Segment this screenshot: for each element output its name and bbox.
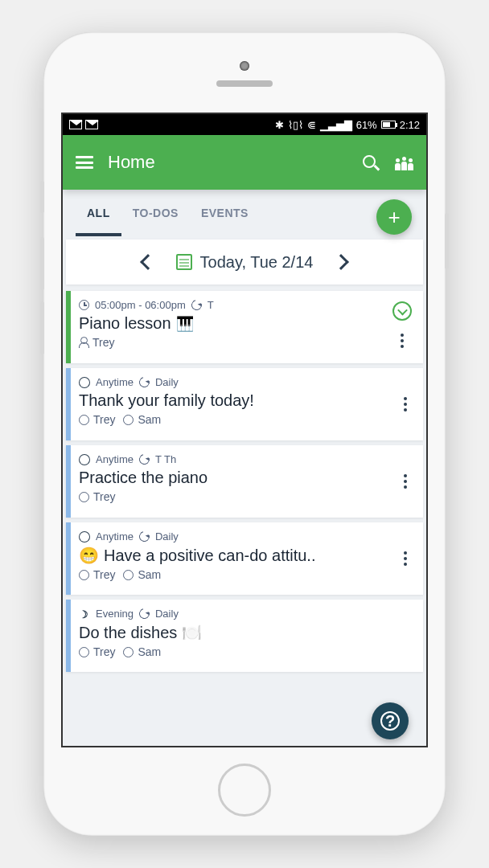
help-button[interactable]: ? (372, 702, 409, 739)
card-repeat: T Th (155, 453, 176, 465)
checkbox-empty-icon[interactable] (123, 647, 134, 657)
card-repeat: Daily (155, 608, 179, 620)
more-options-button[interactable] (396, 329, 409, 353)
card-title: Do the dishes (79, 624, 177, 642)
repeat-icon (138, 607, 152, 621)
people-button[interactable] (395, 154, 413, 170)
task-card[interactable]: 05:00pm - 06:00pm T Piano lesson 🎹 Trey (66, 291, 423, 363)
assignee-name: Trey (93, 413, 115, 426)
phone-camera (240, 61, 249, 71)
more-options-button[interactable] (399, 469, 412, 493)
card-when: Anytime (96, 453, 134, 465)
card-title: Have a positive can-do attitu.. (104, 547, 315, 565)
task-card[interactable]: ☽ Evening Daily Do the dishes 🍽️ Trey (66, 600, 423, 672)
status-time: 2:12 (400, 119, 420, 131)
mail-notification-icon (85, 120, 98, 129)
card-when: Anytime (96, 376, 134, 388)
repeat-icon (138, 375, 152, 390)
checkbox-empty-icon[interactable] (79, 492, 89, 502)
page-title: Home (108, 152, 155, 173)
assignee-name: Sam (138, 413, 161, 426)
repeat-icon (189, 298, 203, 313)
search-button[interactable] (363, 155, 377, 170)
next-day-button[interactable] (334, 254, 350, 270)
date-picker[interactable]: Today, Tue 2/14 (176, 253, 314, 272)
repeat-icon (138, 530, 152, 544)
clock-icon (79, 300, 89, 310)
card-repeat: Daily (155, 376, 179, 388)
recurring-icon (79, 454, 90, 465)
task-list: 05:00pm - 06:00pm T Piano lesson 🎹 Trey (63, 291, 426, 672)
tab-events[interactable]: EVENTS (190, 190, 260, 236)
menu-button[interactable] (76, 156, 93, 169)
piano-emoji: 🎹 (176, 315, 194, 333)
card-title: Piano lesson (79, 314, 171, 333)
assignee-name: Sam (138, 568, 161, 581)
assignee-name: Trey (93, 490, 115, 503)
task-card[interactable]: Anytime Daily 😁 Have a positive can-do a… (66, 522, 423, 595)
battery-pct: 61% (356, 119, 377, 131)
person-icon (79, 337, 88, 348)
app-bar: Home (63, 135, 426, 190)
card-repeat: Daily (155, 530, 179, 542)
signal-icon: ▁▃▅▇ (320, 119, 352, 131)
assignee-name: Trey (93, 568, 115, 581)
calendar-icon (176, 254, 192, 270)
checkbox-empty-icon[interactable] (79, 415, 89, 425)
phone-frame: ✱ ⌇▯⌇ ⋐ ▁▃▅▇ 61% 2:12 Home ALL TO-DOS EV… (43, 32, 446, 836)
dishes-emoji: 🍽️ (182, 623, 202, 642)
recurring-icon (79, 531, 90, 542)
assignee-name: Sam (138, 645, 161, 658)
status-bar: ✱ ⌇▯⌇ ⋐ ▁▃▅▇ 61% 2:12 (63, 114, 426, 135)
wifi-icon: ⋐ (307, 119, 316, 131)
checkbox-empty-icon[interactable] (79, 570, 89, 580)
prev-day-button[interactable] (140, 254, 156, 270)
date-navigator: Today, Tue 2/14 (66, 240, 423, 285)
card-repeat: T (208, 299, 214, 311)
vibrate-icon: ⌇▯⌇ (288, 119, 303, 131)
tab-todos[interactable]: TO-DOS (121, 190, 190, 236)
mail-notification-icon (69, 120, 82, 129)
task-card[interactable]: Anytime T Th Practice the piano Trey (66, 445, 423, 518)
card-title: Thank your family today! (79, 391, 254, 410)
bluetooth-icon: ✱ (275, 119, 284, 131)
checkbox-empty-icon[interactable] (123, 570, 134, 580)
card-title: Practice the piano (79, 469, 208, 487)
card-when: Anytime (96, 530, 134, 542)
checkbox-empty-icon[interactable] (79, 647, 89, 657)
task-card[interactable]: Anytime Daily Thank your family today! T… (66, 368, 423, 440)
expand-button[interactable] (392, 301, 412, 321)
card-when: Evening (96, 608, 134, 620)
phone-power-button (445, 213, 449, 269)
phone-volume-up (40, 237, 44, 290)
add-button[interactable]: + (376, 199, 412, 235)
more-options-button[interactable] (399, 392, 412, 416)
date-label: Today, Tue 2/14 (200, 253, 314, 272)
recurring-icon (79, 377, 90, 388)
battery-icon (381, 121, 396, 129)
phone-speaker (216, 80, 273, 87)
phone-mute-switch (40, 181, 44, 213)
tab-all[interactable]: ALL (76, 190, 121, 236)
card-time: 05:00pm - 06:00pm (95, 299, 186, 311)
smile-emoji: 😁 (79, 546, 99, 565)
repeat-icon (138, 452, 152, 467)
checkbox-empty-icon[interactable] (123, 415, 134, 425)
evening-icon: ☽ (79, 608, 90, 620)
assignee-name: Trey (93, 645, 115, 658)
phone-home-button[interactable] (218, 764, 271, 817)
assignee-name: Trey (92, 336, 114, 349)
phone-volume-down (40, 301, 44, 354)
tabs-area: ALL TO-DOS EVENTS + (63, 190, 426, 236)
screen: ✱ ⌇▯⌇ ⋐ ▁▃▅▇ 61% 2:12 Home ALL TO-DOS EV… (61, 113, 428, 747)
more-options-button[interactable] (399, 547, 412, 571)
